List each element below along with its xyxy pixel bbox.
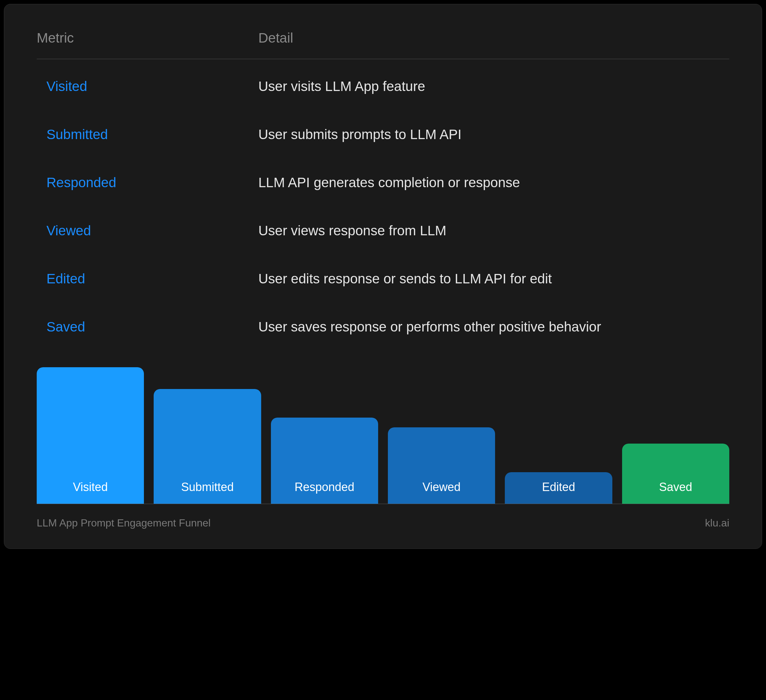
funnel-bar-chart: VisitedSubmittedRespondedViewedEditedSav… <box>37 367 729 504</box>
bar-label: Saved <box>659 480 692 494</box>
bar-edited: Edited <box>505 472 612 504</box>
metric-name: Saved <box>37 319 258 335</box>
bar-label: Responded <box>294 480 355 494</box>
metric-detail: User visits LLM App feature <box>258 79 729 94</box>
metric-detail: User saves response or performs other po… <box>258 319 729 335</box>
table-row: Viewed User views response from LLM <box>37 223 729 239</box>
chart-title: LLM App Prompt Engagement Funnel <box>37 517 210 529</box>
table-row: Edited User edits response or sends to L… <box>37 271 729 287</box>
table-row: Saved User saves response or performs ot… <box>37 319 729 335</box>
table-row: Submitted User submits prompts to LLM AP… <box>37 127 729 143</box>
bar-viewed: Viewed <box>388 428 495 504</box>
bar-label: Submitted <box>181 480 234 494</box>
metric-name: Viewed <box>37 223 258 239</box>
table-row: Responded LLM API generates completion o… <box>37 175 729 190</box>
chart-source: klu.ai <box>705 517 729 529</box>
metric-detail: LLM API generates completion or response <box>258 175 729 190</box>
bar-label: Edited <box>542 480 575 494</box>
metric-detail: User submits prompts to LLM API <box>258 127 729 143</box>
metric-detail: User edits response or sends to LLM API … <box>258 271 729 287</box>
funnel-card: Metric Detail Visited User visits LLM Ap… <box>4 4 762 549</box>
metric-name: Submitted <box>37 127 258 143</box>
table-header: Metric Detail <box>37 30 729 59</box>
header-metric: Metric <box>37 30 258 46</box>
bar-responded: Responded <box>271 418 378 504</box>
table-body: Visited User visits LLM App feature Subm… <box>37 79 729 335</box>
chart-footer: LLM App Prompt Engagement Funnel klu.ai <box>37 517 729 529</box>
bar-submitted: Submitted <box>154 389 261 504</box>
bar-label: Viewed <box>422 480 460 494</box>
metric-name: Visited <box>37 79 258 94</box>
bar-saved: Saved <box>622 443 729 504</box>
metric-detail: User views response from LLM <box>258 223 729 239</box>
header-detail: Detail <box>258 30 729 46</box>
table-row: Visited User visits LLM App feature <box>37 79 729 94</box>
metric-name: Edited <box>37 271 258 287</box>
bar-visited: Visited <box>37 367 144 504</box>
bar-label: Visited <box>73 480 108 494</box>
metric-name: Responded <box>37 175 258 190</box>
